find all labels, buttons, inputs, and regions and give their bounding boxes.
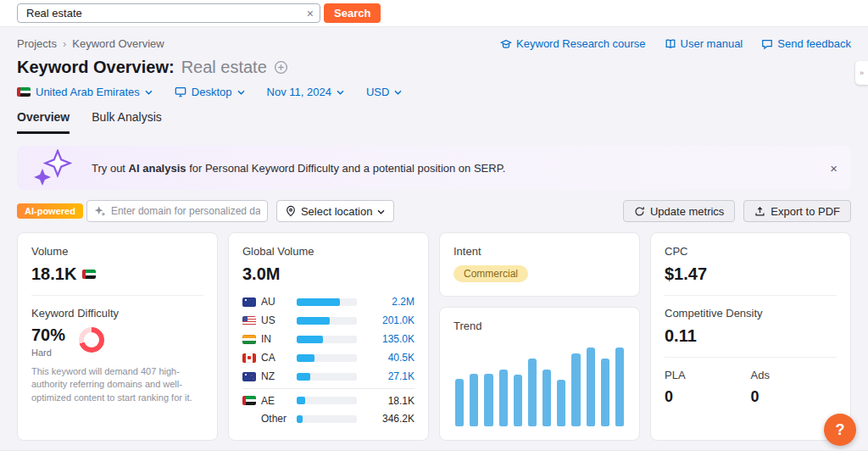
in-flag-icon (242, 335, 256, 344)
country-volume-bar (297, 298, 357, 306)
manual-link-label: User manual (681, 37, 743, 50)
global-volume-row: IN135.0K (242, 330, 415, 348)
trend-card: Trend (439, 307, 640, 441)
chevron-down-icon (377, 209, 385, 214)
date-label: Nov 11, 2024 (267, 86, 331, 98)
chevron-down-icon (337, 90, 344, 95)
currency-selector[interactable]: USD (366, 86, 402, 98)
refresh-icon (634, 206, 645, 217)
country-code: AU (261, 296, 292, 308)
breadcrumb: Projects › Keyword Overview (17, 37, 164, 50)
trend-bar (601, 359, 609, 426)
global-volume-row: US201.0K (242, 311, 415, 330)
database-selector[interactable]: United Arab Emirates (17, 86, 153, 98)
country-volume-bar (297, 354, 357, 362)
volume-title: Volume (31, 245, 203, 258)
device-label: Desktop (192, 86, 232, 98)
tab-bar: Overview Bulk Analysis (17, 110, 851, 134)
trend-bar (499, 370, 508, 426)
chevron-down-icon (237, 90, 245, 95)
banner-close-icon[interactable]: × (830, 161, 837, 175)
book-icon (665, 38, 676, 50)
global-volume-value: 3.0M (242, 264, 280, 284)
global-volume-row: Other346.2K (242, 409, 415, 428)
trend-bar (571, 353, 580, 426)
map-pin-icon (286, 205, 296, 217)
keyword-difficulty-description: This keyword will demand 407 high-author… (31, 365, 203, 404)
help-button[interactable]: ? (824, 414, 856, 446)
trend-bar-chart (453, 342, 626, 428)
ae-flag-icon (82, 270, 96, 279)
update-metrics-button[interactable]: Update metrics (623, 200, 735, 222)
country-volume-bar (297, 317, 357, 325)
banner-text-bold: AI analysis (129, 162, 186, 175)
keyword-search-input[interactable] (17, 3, 320, 23)
country-volume-value: 18.1K (370, 395, 415, 407)
user-manual-link[interactable]: User manual (665, 37, 743, 50)
banner-text: Try out AI analysis for Personal Keyword… (92, 162, 505, 175)
country-code: IN (261, 333, 292, 345)
domain-input[interactable] (111, 205, 260, 217)
date-selector[interactable]: Nov 11, 2024 (267, 86, 344, 98)
tab-overview[interactable]: Overview (17, 110, 70, 134)
pla-title: PLA (665, 369, 751, 381)
country-volume-value[interactable]: 2.2M (370, 296, 415, 308)
breadcrumb-projects[interactable]: Projects (17, 37, 57, 50)
clear-search-icon[interactable]: × (307, 8, 314, 19)
banner-text-prefix: Try out (92, 162, 129, 175)
export-pdf-button[interactable]: Export to PDF (743, 200, 851, 222)
breadcrumb-current: Keyword Overview (72, 37, 164, 50)
kd-donut-chart (79, 327, 104, 353)
keyword-difficulty-level: Hard (31, 348, 65, 358)
country-volume-value[interactable]: 40.5K (370, 352, 415, 364)
breadcrumb-separator-icon: › (63, 37, 66, 50)
country-code: US (261, 314, 292, 326)
trend-bar (514, 375, 522, 426)
country-volume-value: 346.2K (370, 413, 415, 425)
next-section-edge (0, 450, 868, 456)
ai-powered-badge: AI-powered (17, 203, 83, 219)
tab-bulk-analysis[interactable]: Bulk Analysis (92, 110, 161, 134)
search-button[interactable]: Search (324, 3, 381, 23)
speech-bubble-icon (761, 38, 773, 50)
pla-value: 0 (665, 388, 751, 406)
trend-title: Trend (453, 320, 626, 332)
location-select-label: Select location (301, 205, 373, 218)
country-volume-value[interactable]: 201.0K (370, 314, 415, 326)
global-volume-row: CA40.5K (242, 348, 415, 367)
global-volume-row: NZ27.1K (242, 367, 415, 386)
location-select[interactable]: Select location (276, 200, 395, 222)
global-volume-row: AU2.2M (242, 292, 415, 311)
send-feedback-link[interactable]: Send feedback (761, 37, 851, 50)
country-code: AE (261, 395, 292, 407)
trend-bar (542, 370, 551, 426)
keyword-research-course-link[interactable]: Keyword Research course (500, 37, 645, 50)
ae-flag-icon (17, 87, 31, 97)
course-link-label: Keyword Research course (516, 37, 645, 50)
global-volume-title: Global Volume (242, 245, 415, 258)
device-selector[interactable]: Desktop (175, 86, 245, 98)
intent-card: Intent Commercial (439, 232, 640, 297)
header-help-links: Keyword Research course User manual Send… (500, 37, 851, 50)
side-panel-toggle[interactable]: » (855, 61, 868, 85)
country-volume-value[interactable]: 27.1K (370, 370, 415, 382)
no-flag-spacer (242, 414, 256, 424)
nz-flag-icon (242, 372, 256, 381)
trend-bar (455, 379, 464, 426)
monitor-icon (175, 86, 186, 97)
feedback-link-label: Send feedback (777, 37, 851, 50)
add-keyword-icon[interactable] (274, 60, 288, 75)
au-flag-icon (242, 298, 256, 307)
cpc-title: CPC (665, 245, 837, 258)
keyword-difficulty-value: 70% (31, 325, 65, 345)
ai-analysis-banner: Try out AI analysis for Personal Keyword… (17, 146, 851, 190)
intent-commercial-badge: Commercial (453, 265, 528, 282)
global-volume-card: Global Volume 3.0M AU2.2MUS201.0KIN135.0… (228, 232, 429, 441)
ae-flag-icon (242, 396, 256, 405)
export-pdf-label: Export to PDF (771, 205, 840, 218)
chevron-down-icon (394, 90, 402, 95)
update-metrics-label: Update metrics (650, 205, 724, 218)
competitive-density-value: 0.11 (665, 326, 697, 346)
country-volume-value[interactable]: 135.0K (370, 333, 415, 345)
trend-bar (484, 374, 492, 426)
